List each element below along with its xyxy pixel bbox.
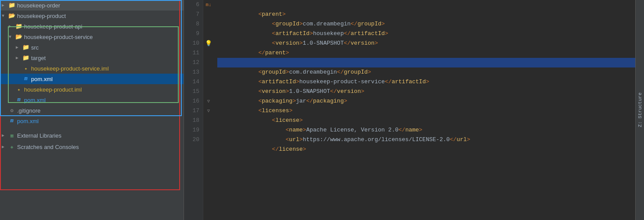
- line14-tag1: version: [262, 88, 286, 95]
- line13-open2: </: [385, 78, 392, 85]
- iml-icon-service: ✦: [22, 65, 30, 72]
- line7-close2: >: [382, 21, 385, 27]
- tree-item-product-iml[interactable]: ✦ housekeep-product.iml: [0, 84, 184, 95]
- line20-close1: >: [303, 146, 306, 153]
- line8-open1: <: [272, 30, 276, 37]
- line7-close1: >: [299, 21, 303, 27]
- tree-item-housekeep-product[interactable]: 📂 housekeep-product: [0, 11, 184, 21]
- line19-val: https://www.apache.org/licenses/LICENSE-…: [303, 136, 449, 143]
- line10-open1: </: [258, 50, 265, 56]
- tree-label-housekeep-order: housekeep-order: [17, 2, 60, 9]
- line16-close1: >: [289, 107, 293, 114]
- tree-arrow-housekeep-product-api: [9, 24, 15, 29]
- line-num-7: 7: [184, 10, 199, 19]
- gutter-9: [203, 29, 214, 39]
- line14-close1: >: [286, 88, 289, 95]
- tree-label-target: target: [31, 55, 46, 61]
- folder-icon-housekeep-product-api: 📁: [15, 23, 23, 30]
- line18-open1: <: [286, 127, 289, 133]
- iml-icon-product: ✦: [15, 86, 23, 93]
- line6-tag: parent: [262, 11, 282, 18]
- line17-open1: <: [272, 117, 276, 124]
- folder-icon-target: 📁: [22, 54, 30, 61]
- line19-tag2: url: [456, 136, 467, 143]
- code-area[interactable]: <parent> <groupId>com.dreambegin</groupI…: [214, 0, 635, 220]
- line18-indent: [244, 127, 286, 133]
- gutter-13: [203, 67, 214, 77]
- tree-item-service-iml[interactable]: ✦ housekeep-product-service.iml: [0, 63, 184, 74]
- line10-tag1: parent: [265, 50, 286, 56]
- gutter-8: [203, 19, 214, 29]
- line-num-17: 17: [184, 106, 199, 116]
- tree-item-housekeep-order[interactable]: 📁 housekeep-order: [0, 0, 184, 11]
- line15-val: jar: [296, 98, 306, 104]
- pom-icon-service: m: [22, 75, 30, 82]
- folder-icon-housekeep-product-service: 📂: [15, 33, 23, 40]
- line9-open2: </: [344, 40, 351, 46]
- line13-val: housekeep-product-service: [299, 78, 385, 85]
- editor: 6 7 8 9 10 11 12 13 14 15 16 17 18 19 20…: [184, 0, 635, 220]
- line8-val: housekeep: [313, 30, 343, 37]
- line7-open1: <: [272, 21, 276, 27]
- line9-indent: [244, 40, 272, 46]
- scratches-consoles-item[interactable]: ◈ Scratches and Consoles: [0, 141, 184, 153]
- tree-label-pom-product: pom.xml: [24, 97, 46, 103]
- external-libraries-item[interactable]: ▦ External Libraries: [0, 130, 184, 141]
- lightbulb-icon: 💡: [205, 40, 212, 47]
- tree-item-target[interactable]: 📁 target: [0, 53, 184, 63]
- line19-open1: <: [286, 136, 289, 143]
- scratches-consoles-label: Scratches and Consoles: [17, 144, 79, 150]
- gutter-15: [203, 87, 214, 96]
- gutter-12: [203, 58, 214, 67]
- line19-close1: >: [299, 136, 303, 143]
- structure-tab-label: Z: Structure: [637, 92, 643, 127]
- line14-indent: [244, 88, 258, 95]
- line18-tag1: name: [289, 127, 303, 133]
- line9-open1: <: [272, 40, 276, 46]
- line8-tag2: artifactId: [350, 30, 385, 37]
- line17-tag1: license: [276, 117, 300, 124]
- line-numbers: 6 7 8 9 10 11 12 13 14 15 16 17 18 19 20: [184, 0, 203, 220]
- tree-item-gitignore[interactable]: ⚙ .gitignore: [0, 105, 184, 116]
- line-num-15: 15: [184, 87, 199, 96]
- gutter-7: [203, 10, 214, 19]
- line15-open2: </: [306, 98, 313, 104]
- line9-tag2: version: [350, 40, 375, 46]
- line-num-9: 9: [184, 29, 199, 39]
- line18-open2: </: [399, 127, 406, 133]
- line-num-14: 14: [184, 77, 199, 87]
- gutter-19: [203, 125, 214, 135]
- line19-tag1: url: [289, 136, 299, 143]
- line9-close2: >: [375, 40, 378, 46]
- line9-val: 1.0-SNAPSHOT: [303, 40, 344, 46]
- line17-indent: [244, 117, 272, 124]
- line7-tag1: groupId: [276, 21, 300, 27]
- line9-close1: >: [299, 40, 303, 46]
- tree-item-src[interactable]: 📁 src: [0, 42, 184, 53]
- line15-indent: [244, 98, 258, 104]
- editor-content: 6 7 8 9 10 11 12 13 14 15 16 17 18 19 20…: [184, 0, 635, 220]
- gutter-11: [203, 48, 214, 58]
- line12-val: com.dreambegin: [289, 69, 337, 75]
- tree-label-service-iml: housekeep-product-service.iml: [31, 65, 109, 72]
- tree-label-src: src: [31, 44, 39, 51]
- line13-close2: >: [426, 78, 429, 85]
- line-num-16: 16: [184, 96, 199, 106]
- line8-close2: >: [385, 30, 388, 37]
- tree-arrow-housekeep-product: [2, 14, 8, 18]
- structure-tab[interactable]: Z: Structure: [635, 0, 644, 220]
- line10-indent: [244, 50, 258, 56]
- tree-item-pom-root[interactable]: m pom.xml: [0, 116, 184, 126]
- line13-indent: [244, 78, 258, 85]
- line14-open2: </: [330, 88, 337, 95]
- tree-item-pom-service[interactable]: m pom.xml: [0, 74, 184, 84]
- line7-tag2: groupId: [357, 21, 382, 27]
- gutter-16: ▽: [203, 96, 214, 106]
- line-num-10: 10: [184, 39, 199, 48]
- code-line-6: <parent>: [217, 0, 635, 10]
- tree-item-pom-product[interactable]: m pom.xml: [0, 95, 184, 105]
- tree-item-housekeep-product-service[interactable]: 📂 housekeep-product-service: [0, 32, 184, 42]
- line6-close: >: [282, 11, 286, 18]
- external-libraries-label: External Libraries: [17, 132, 61, 139]
- tree-item-housekeep-product-api[interactable]: 📁 housekeep-product-api: [0, 21, 184, 32]
